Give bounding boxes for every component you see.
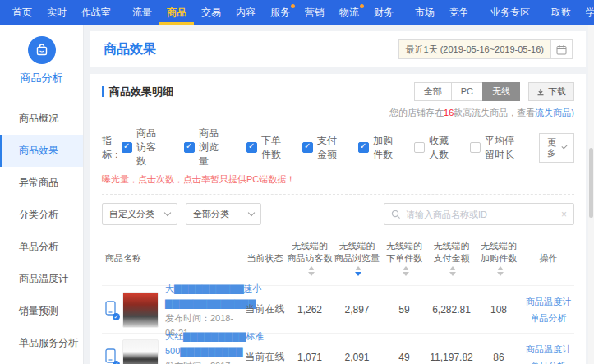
nav-item-academy[interactable]: 学院 <box>578 0 594 25</box>
tab-wireless[interactable]: 无线 <box>482 82 520 101</box>
mobile-verified-icon: ✓ <box>105 301 117 319</box>
scrollbar-thumb[interactable] <box>589 148 593 218</box>
loss-products-notice: 您的店铺存在16款高流失商品，查看流失商品) <box>102 107 574 119</box>
nav-item-business-zone[interactable]: 业务专区 <box>483 0 537 25</box>
sidebar-title: 商品分析 <box>0 71 83 85</box>
sidebar-item-abnormal-products[interactable]: 异常商品 <box>0 167 83 199</box>
custom-category-select[interactable]: 自定义分类 <box>102 203 177 225</box>
product-name-link[interactable]: 大红▇▇▇▇▇▇▇▇▇标准 <box>165 331 264 341</box>
metric-product-visitors[interactable]: 商品访客数 <box>122 127 164 168</box>
col-line1: 无线端的 <box>481 240 517 252</box>
sidebar-item-product-overview[interactable]: 商品概况 <box>0 103 83 135</box>
nav-item-finance[interactable]: 财务 <box>366 0 401 25</box>
product-name-link[interactable]: 500▇▇▇▇▇▇▇▇▇ <box>165 346 243 356</box>
metric-favorites[interactable]: 收藏人数 <box>414 134 450 162</box>
product-thermometer-link[interactable]: 商品温度计 <box>526 343 571 355</box>
checkbox-checked-icon[interactable] <box>246 142 257 153</box>
checkbox-checked-icon[interactable] <box>122 142 132 153</box>
sort-desc-active-icon[interactable] <box>355 266 361 276</box>
nav-item-trade[interactable]: 交易 <box>194 0 228 25</box>
metric-product-views[interactable]: 商品浏览量 <box>184 127 227 168</box>
tab-pc[interactable]: PC <box>451 82 483 101</box>
col-header-cart-adds[interactable]: 无线端的 加购件数 <box>475 240 523 277</box>
product-image[interactable] <box>122 339 159 364</box>
visitors-value: 1,071 <box>286 352 334 363</box>
nav-item-service[interactable]: 服务 <box>263 0 297 25</box>
sidebar-item-product-effect[interactable]: 商品效果 <box>0 135 83 167</box>
row-actions: 商品温度计 单品分析 <box>523 296 574 324</box>
sidebar-item-product-thermometer[interactable]: 商品温度计 <box>0 263 83 295</box>
col-header-orders[interactable]: 无线端的 下单件数 <box>380 240 428 277</box>
col-header-actions: 操作 <box>523 252 574 265</box>
all-category-select[interactable]: 全部分类 <box>186 203 261 225</box>
search-input[interactable] <box>406 210 561 219</box>
nav-item-war-room[interactable]: 作战室 <box>74 0 118 25</box>
loss-products-link[interactable]: 流失商品) <box>535 108 574 117</box>
page-shell: 商品分析 商品概况 商品效果 异常商品 分类分析 单品分析 商品温度计 销量预测… <box>0 25 594 364</box>
check-badge-icon: ✓ <box>113 313 120 320</box>
metric-cart-adds[interactable]: 加购件数 <box>358 134 394 162</box>
product-name-link[interactable]: ▇▇▇▇▇▇▇▇▇▇▇▇▇ <box>165 298 256 308</box>
more-metrics-button[interactable]: 更多 <box>539 133 574 163</box>
checkbox-unchecked-icon[interactable] <box>414 142 425 153</box>
metric-order-units[interactable]: 下单件数 <box>246 134 283 162</box>
sidebar-item-category-analysis[interactable]: 分类分析 <box>0 199 83 231</box>
scrollbar[interactable] <box>588 25 594 364</box>
product-effect-detail-card: 商品效果明细 全部 PC 无线 下载 <box>90 74 586 364</box>
select-value: 自定义分类 <box>109 208 154 220</box>
date-range-button[interactable]: 最近1天 (2019-05-16~2019-05-16) <box>398 39 551 59</box>
checkbox-checked-icon[interactable] <box>184 142 195 153</box>
table-row: ✓ 大▇▇▇▇▇▇▇▇▇▇速小 ▇▇▇▇▇▇▇▇▇▇▇▇▇ 发布时间：2018-… <box>102 285 574 333</box>
sidebar-item-single-product-service[interactable]: 单品服务分析 <box>0 327 83 359</box>
payment-value: 6,282.81 <box>428 304 476 316</box>
tab-all[interactable]: 全部 <box>414 82 452 101</box>
nav-item-label: 服务 <box>270 7 290 18</box>
nav-item-content[interactable]: 内容 <box>228 0 263 25</box>
metric-label: 下单件数 <box>261 134 283 162</box>
col-header-payment[interactable]: 无线端的 支付金额 <box>428 240 476 277</box>
metric-payment-amount[interactable]: 支付金额 <box>302 134 338 162</box>
section-header: 商品效果明细 全部 PC 无线 下载 <box>102 82 574 101</box>
checkbox-checked-icon[interactable] <box>302 142 313 153</box>
publish-date: 发布时间：2017-04-15 <box>165 361 233 364</box>
nav-item-realtime[interactable]: 实时 <box>39 0 74 25</box>
sidebar-item-single-product-analysis[interactable]: 单品分析 <box>0 231 83 263</box>
sidebar-item-sales-forecast[interactable]: 销量预测 <box>0 295 83 327</box>
metric-avg-stay-time[interactable]: 平均停留时长 <box>470 134 519 162</box>
calendar-button[interactable] <box>551 39 573 59</box>
single-product-analysis-link[interactable]: 单品分析 <box>530 312 566 324</box>
col-line2: 商品访客数 <box>288 252 333 265</box>
nav-item-logistics[interactable]: 物流 <box>332 0 366 25</box>
product-search-box: × <box>384 203 574 225</box>
channel-tab-group: 全部 PC 无线 <box>415 82 520 101</box>
sort-icon[interactable] <box>497 266 504 276</box>
clear-icon[interactable]: × <box>561 209 567 220</box>
col-header-visitors[interactable]: 无线端的 商品访客数 <box>286 240 334 277</box>
product-thermometer-link[interactable]: 商品温度计 <box>526 296 571 307</box>
metric-label: 商品浏览量 <box>199 127 227 168</box>
download-button[interactable]: 下载 <box>528 82 574 101</box>
sort-icon[interactable] <box>449 266 456 276</box>
nav-item-home[interactable]: 首页 <box>5 0 39 25</box>
sort-icon[interactable] <box>403 266 409 276</box>
checkbox-checked-icon[interactable] <box>358 142 369 153</box>
product-image[interactable] <box>122 292 159 328</box>
col-line2: 商品浏览量 <box>334 252 380 265</box>
calendar-icon <box>556 44 567 55</box>
col-line2: 支付金额 <box>434 252 470 265</box>
nav-item-marketing[interactable]: 营销 <box>297 0 332 25</box>
single-product-analysis-link[interactable]: 单品分析 <box>530 360 566 364</box>
nav-item-traffic[interactable]: 流量 <box>125 0 159 25</box>
sidebar-divider <box>0 99 83 99</box>
nav-item-competition[interactable]: 竞争 <box>442 0 477 25</box>
metric-label: 收藏人数 <box>429 134 450 162</box>
sort-icon[interactable] <box>308 266 315 276</box>
nav-item-market[interactable]: 市场 <box>408 0 442 25</box>
chevron-down-icon <box>164 210 171 216</box>
nav-item-product[interactable]: 商品 <box>159 0 194 25</box>
col-header-views[interactable]: 无线端的 商品浏览量 <box>334 240 381 277</box>
product-name-link[interactable]: 大▇▇▇▇▇▇▇▇▇▇速小 <box>165 283 262 293</box>
more-label: 更多 <box>547 137 558 159</box>
checkbox-unchecked-icon[interactable] <box>470 142 481 153</box>
nav-item-data-fetch[interactable]: 取数 <box>544 0 578 25</box>
